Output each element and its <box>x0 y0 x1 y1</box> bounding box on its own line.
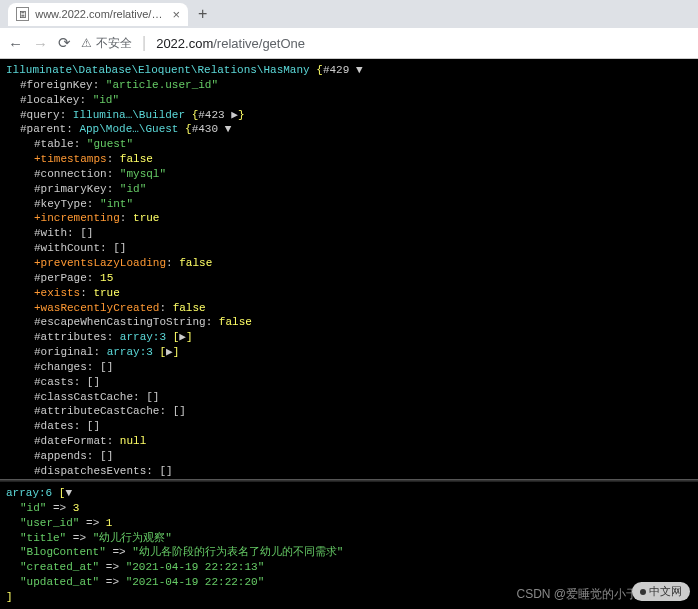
class-name: Illuminate\Database\Eloquent\Relations\H… <box>6 64 310 76</box>
collapse-icon[interactable]: ▼ <box>225 123 232 135</box>
url-host: 2022.com <box>156 36 213 51</box>
close-icon[interactable]: × <box>172 7 180 22</box>
tab-bar: 🗏 www.2022.com/relative/getO × + <box>0 0 698 28</box>
new-tab-button[interactable]: + <box>198 5 207 23</box>
warning-icon: ⚠ <box>81 36 92 50</box>
page-icon: 🗏 <box>16 7 29 21</box>
expand-icon[interactable]: ▶ <box>231 109 238 121</box>
security-label: 不安全 <box>96 35 132 52</box>
dot-icon <box>640 589 646 595</box>
overlay-badge[interactable]: 中文网 <box>632 582 690 601</box>
reload-button[interactable]: ⟳ <box>58 34 71 52</box>
expand-icon[interactable]: ▶ <box>179 331 186 343</box>
browser-chrome: 🗏 www.2022.com/relative/getO × + ← → ⟳ ⚠… <box>0 0 698 59</box>
url-path: /relative/getOne <box>213 36 305 51</box>
collapse-icon[interactable]: ▼ <box>356 64 363 76</box>
debug-dump-panel-1: Illuminate\Database\Eloquent\Relations\H… <box>0 59 698 479</box>
back-button[interactable]: ← <box>8 35 23 52</box>
browser-tab[interactable]: 🗏 www.2022.com/relative/getO × <box>8 3 188 26</box>
address-bar: ← → ⟳ ⚠ 不安全 | 2022.com/relative/getOne <box>0 28 698 58</box>
security-indicator[interactable]: ⚠ 不安全 <box>81 35 132 52</box>
watermark: CSDN @爱睡觉的小于 <box>516 586 638 603</box>
tab-title: www.2022.com/relative/getO <box>35 8 166 20</box>
expand-icon[interactable]: ▶ <box>166 346 173 358</box>
forward-button[interactable]: → <box>33 35 48 52</box>
url-display[interactable]: 2022.com/relative/getOne <box>156 36 305 51</box>
collapse-icon[interactable]: ▼ <box>65 487 72 499</box>
